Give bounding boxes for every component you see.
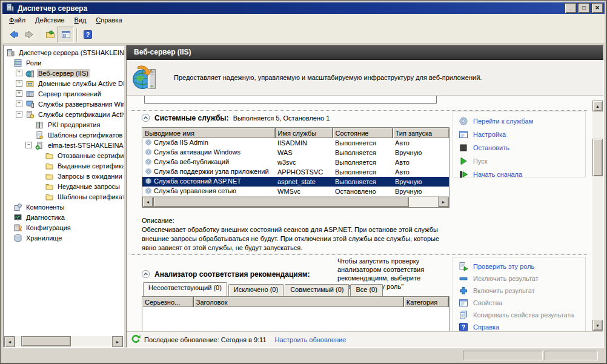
console-icon xyxy=(61,30,71,41)
folder-icon xyxy=(45,193,54,201)
tree-expander-icon[interactable]: + xyxy=(16,80,22,87)
tree-item-pending-requests[interactable]: Запросы в ожидании xyxy=(4,171,124,181)
tree-item-features[interactable]: Компоненты xyxy=(4,202,124,212)
column-header[interactable]: Серьезно... xyxy=(142,297,193,307)
scroll-right-button[interactable]: ► xyxy=(112,336,123,348)
restart-icon xyxy=(459,170,468,179)
configure-refresh-link[interactable]: Настроить обновление xyxy=(275,336,347,343)
scroll-up-button[interactable]: ▲ xyxy=(592,101,603,111)
tree-item-ca[interactable]: − elma-test-STSHAKLEINA-CA xyxy=(4,140,124,150)
close-button[interactable]: ✕ xyxy=(591,3,603,13)
menu-file[interactable]: Файл xyxy=(4,15,30,25)
scan-icon xyxy=(459,262,468,271)
show-console-tree-button[interactable] xyxy=(42,27,58,42)
service-row[interactable]: Служба IIS AdminIISADMINВыполняетсяАвто xyxy=(142,138,449,148)
storage-icon xyxy=(13,234,22,242)
scroll-track[interactable] xyxy=(592,111,603,320)
collapse-toggle-icon[interactable] xyxy=(141,113,150,122)
certsvc-icon xyxy=(25,110,35,119)
tree-horizontal-scrollbar[interactable]: ◄ ► xyxy=(4,336,123,346)
collapse-toggle-icon[interactable] xyxy=(141,270,150,279)
tree-item-wds[interactable]: + Службы развертывания Windows xyxy=(4,99,124,109)
tree-item-certificate-templates-2[interactable]: Шаблоны сертификатов xyxy=(4,191,124,202)
bpa-results-table: Серьезно...ЗаголовокКатегория xyxy=(142,296,449,331)
tree-item-certificate-templates[interactable]: Шаблоны сертификатов xyxy=(4,130,124,140)
column-header[interactable]: Заголовок xyxy=(193,297,403,307)
main-vertical-scrollbar[interactable]: ▲ ▼ xyxy=(592,101,603,331)
column-header[interactable]: Состояние xyxy=(333,128,393,138)
column-header[interactable]: Тип запуска xyxy=(393,128,449,138)
config-icon xyxy=(13,223,22,232)
scroll-track[interactable] xyxy=(153,197,438,207)
tree-expander-icon[interactable]: − xyxy=(16,111,22,117)
role-description-strip: Предоставляет надежную, управляемую и ма… xyxy=(127,60,603,96)
bpa-tab-2[interactable]: Совместимый (0) xyxy=(285,284,349,296)
server-manager-window: Диспетчер сервера _□✕ ФайлДействиеВидСпр… xyxy=(0,0,607,364)
scan-this-role-link[interactable]: Проверить эту роль xyxy=(459,260,585,273)
menu-help[interactable]: Справка xyxy=(91,15,127,25)
help-button[interactable]: ? xyxy=(80,27,95,42)
column-header[interactable]: Выводимое имя xyxy=(142,128,275,138)
help-link[interactable]: ? Справка xyxy=(459,321,585,331)
stop-link[interactable]: Остановить xyxy=(459,141,585,154)
menu-action[interactable]: Действие xyxy=(30,15,69,25)
forward-button[interactable] xyxy=(21,27,36,42)
exclude-result-link: Исключить результат xyxy=(459,273,585,285)
service-gear-icon xyxy=(145,158,152,167)
scroll-down-button[interactable]: ▼ xyxy=(592,320,603,331)
bpa-tab-1[interactable]: Исключено (0) xyxy=(228,284,284,296)
menu-view[interactable]: Вид xyxy=(69,15,91,25)
service-row[interactable]: Служба управления сетьюWMSvcОстановленоВ… xyxy=(142,187,449,196)
tree-item-ad-domain-services[interactable]: + Доменные службы Active Directory xyxy=(4,78,124,88)
service-row[interactable]: Служба активации WindowsWASВыполняетсяВр… xyxy=(142,148,449,157)
minimize-button[interactable]: _ xyxy=(565,3,577,13)
service-row[interactable]: Служба веб-публикацийw3svcВыполняетсяАвт… xyxy=(142,157,449,167)
tree-item-configuration[interactable]: Конфигурация xyxy=(4,222,124,233)
back-button[interactable] xyxy=(6,27,21,42)
scroll-left-button[interactable]: ◄ xyxy=(142,197,153,207)
preferences-link[interactable]: Настройка xyxy=(459,128,585,141)
maximize-button[interactable]: □ xyxy=(578,3,590,13)
restart-link[interactable]: Начать сначала xyxy=(459,168,585,181)
tree-item-web-server-iis[interactable]: + Веб-сервер (IIS) xyxy=(4,68,124,78)
status-panel xyxy=(545,351,598,360)
go-to-services-link[interactable]: Перейти к службам xyxy=(459,114,585,128)
tree-item-issued-certificates[interactable]: Выданные сертификаты xyxy=(4,160,124,171)
service-gear-icon xyxy=(145,139,152,147)
tree-item-storage[interactable]: Хранилище xyxy=(4,233,124,243)
status-bar xyxy=(2,348,605,362)
main-panel: Веб-сервер (IIS) Предоставляет надежную,… xyxy=(126,45,604,348)
tree-expander-icon[interactable]: + xyxy=(16,90,22,97)
scroll-left-button[interactable]: ◄ xyxy=(4,336,15,348)
scroll-thumb[interactable] xyxy=(21,336,71,346)
tree-expander-icon[interactable]: + xyxy=(16,101,22,107)
column-header[interactable]: Имя службы xyxy=(275,128,333,138)
tree-expander-icon[interactable]: − xyxy=(25,142,32,148)
service-gear-icon xyxy=(145,177,152,186)
tree-item-enterprise-pki[interactable]: PKI предприятия xyxy=(4,119,124,130)
show-action-pane-button[interactable] xyxy=(58,27,74,43)
roles-icon xyxy=(13,59,22,67)
tree-item-failed-requests[interactable]: Неудачные запросы xyxy=(4,181,124,191)
scroll-right-button[interactable]: ► xyxy=(438,197,449,207)
scroll-track[interactable] xyxy=(15,336,112,346)
tree-item-diagnostics[interactable]: Диагностика xyxy=(4,212,124,222)
tree-item-application-server[interactable]: + Сервер приложений xyxy=(4,88,124,99)
column-header[interactable]: Категория xyxy=(403,297,448,307)
tree-item-root[interactable]: Диспетчер сервера (STSHAKLEINA) xyxy=(4,47,124,58)
tree-item-revoked-certificates[interactable]: Отозванные сертификаты xyxy=(4,150,124,160)
tree-item-ad-certificate-services[interactable]: − Службы сертификации Active Directory xyxy=(4,109,124,119)
services-horizontal-scrollbar[interactable]: ◄ ► xyxy=(142,196,449,207)
tree-expander-icon[interactable]: + xyxy=(16,70,22,76)
service-row[interactable]: Служба состояний ASP.NETaspnet_stateВыпо… xyxy=(142,177,449,187)
bpa-tab-3[interactable]: Все (0) xyxy=(350,284,382,296)
scroll-thumb[interactable] xyxy=(592,139,603,176)
menu-bar: ФайлДействиеВидСправка xyxy=(2,14,605,27)
services-table: Выводимое имяИмя службыСостояниеТип запу… xyxy=(142,127,449,208)
service-row[interactable]: Служба поддержки узла приложенийAPPHOSTS… xyxy=(142,167,449,177)
role-description-text: Предоставляет надежную, управляемую и ма… xyxy=(174,74,482,81)
console-tree: Диспетчер сервера (STSHAKLEINA) Роли + В… xyxy=(4,46,124,335)
bpa-tab-0[interactable]: Несоответствующий (0) xyxy=(143,282,227,296)
tree-item-roles[interactable]: Роли xyxy=(4,58,124,68)
scroll-thumb[interactable] xyxy=(153,197,409,207)
